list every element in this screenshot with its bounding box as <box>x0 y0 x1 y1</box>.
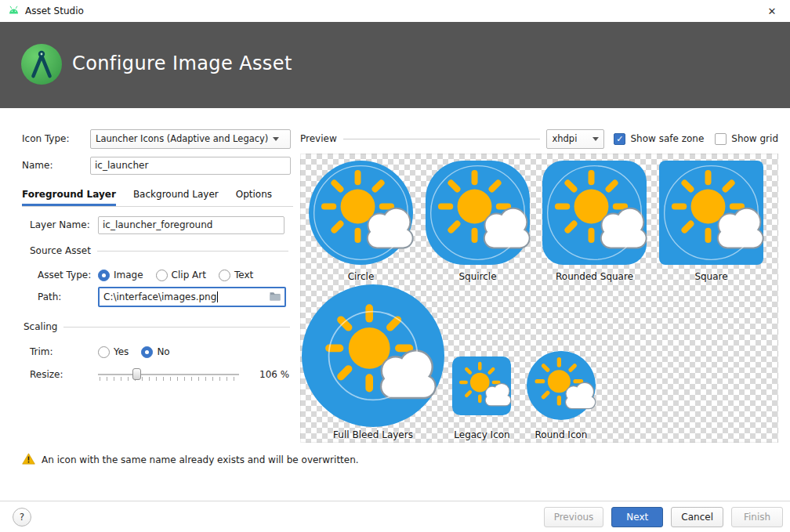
tab-foreground-layer[interactable]: Foreground Layer <box>22 185 116 206</box>
preview-icon-square <box>659 161 763 265</box>
browse-folder-icon[interactable] <box>269 291 281 303</box>
chevron-down-icon <box>273 137 279 141</box>
checkbox-icon <box>715 133 727 145</box>
show-safe-zone-checkbox[interactable]: Show safe zone <box>614 133 704 145</box>
resize-label: Resize: <box>30 369 98 380</box>
layer-tabs: Foreground Layer Background Layer Option… <box>22 185 293 207</box>
chevron-down-icon <box>592 137 599 141</box>
path-label: Path: <box>38 291 98 302</box>
icon-type-select[interactable]: Launcher Icons (Adaptive and Legacy) <box>90 129 291 149</box>
icon-type-row: Icon Type: Launcher Icons (Adaptive and … <box>22 128 291 149</box>
preview-icon-full-bleed <box>302 284 444 427</box>
resize-slider[interactable] <box>98 366 239 383</box>
checkbox-checked-icon <box>614 133 625 145</box>
radio-icon <box>219 270 230 281</box>
section-divider <box>63 327 290 328</box>
asset-type-image-radio[interactable]: Image <box>98 270 143 281</box>
section-divider <box>97 251 288 252</box>
path-row: Path: C:\interface\images.png <box>38 286 286 308</box>
path-input[interactable]: C:\interface\images.png <box>98 287 286 307</box>
dialog-buttons: Previous Next Cancel Finish <box>544 507 783 527</box>
layer-name-row: Layer Name: <box>30 215 284 235</box>
preview-caption: Full Bleed Layers <box>302 429 444 440</box>
preview-icon-rounded-square <box>542 161 647 265</box>
preview-icon-round <box>527 351 596 420</box>
density-select[interactable]: xhdpi <box>546 129 604 149</box>
tab-options[interactable]: Options <box>236 185 272 206</box>
close-icon[interactable]: ✕ <box>754 0 790 22</box>
asset-type-row: Asset Type: Image Clip Art Text <box>38 265 266 285</box>
layer-name-label: Layer Name: <box>30 219 98 230</box>
radio-icon <box>156 270 168 281</box>
trim-no-label: No <box>157 346 169 357</box>
asset-type-clipart-radio[interactable]: Clip Art <box>156 270 206 281</box>
preview-header: Preview xhdpi Show safe zone Show grid <box>300 128 778 149</box>
asset-studio-dialog: Asset Studio ✕ Configure Image Asset <box>0 0 790 532</box>
android-icon <box>8 5 20 16</box>
name-row: Name: <box>22 155 291 176</box>
trim-no-radio[interactable]: No <box>141 346 169 358</box>
preview-caption: Rounded Square <box>542 271 647 282</box>
source-asset-section: Source Asset <box>30 244 288 258</box>
previous-button: Previous <box>544 507 604 527</box>
icon-type-value: Launcher Icons (Adaptive and Legacy) <box>96 133 268 144</box>
warning-text: An icon with the same name already exist… <box>42 454 359 465</box>
trim-label: Trim: <box>30 346 98 357</box>
tab-background-layer[interactable]: Background Layer <box>133 185 219 206</box>
preview-area: Circle Squircle Rounded Square Square <box>300 154 778 443</box>
trim-yes-radio[interactable]: Yes <box>98 346 129 358</box>
window-title: Asset Studio <box>25 5 84 16</box>
show-grid-checkbox[interactable]: Show grid <box>715 133 778 145</box>
path-value: C:\interface\images.png <box>103 291 216 302</box>
next-button[interactable]: Next <box>611 507 663 527</box>
radio-icon <box>98 270 110 281</box>
trim-row: Trim: Yes No <box>30 342 183 362</box>
scaling-section: Scaling <box>24 320 290 334</box>
preview-caption: Squircle <box>426 271 530 282</box>
page-title: Configure Image Asset <box>72 52 292 74</box>
preview-caption: Square <box>659 271 763 282</box>
header-banner: Configure Image Asset <box>0 22 790 108</box>
name-input[interactable] <box>90 157 291 175</box>
titlebar: Asset Studio ✕ <box>0 0 790 22</box>
name-label: Name: <box>22 160 90 171</box>
resize-value: 106 % <box>259 369 289 380</box>
warning-icon <box>22 453 35 467</box>
slider-thumb[interactable] <box>132 368 141 380</box>
slider-ticks <box>100 377 237 381</box>
show-grid-label: Show grid <box>731 133 778 144</box>
icon-type-label: Icon Type: <box>22 133 90 144</box>
scaling-heading: Scaling <box>24 321 57 332</box>
asset-type-text-label: Text <box>234 270 253 280</box>
resize-row: Resize: 106 % <box>30 364 289 385</box>
asset-type-clipart-label: Clip Art <box>172 270 206 280</box>
density-value: xhdpi <box>552 133 588 144</box>
radio-icon <box>141 346 153 358</box>
show-safe-zone-label: Show safe zone <box>630 133 704 144</box>
android-studio-logo <box>21 44 62 87</box>
preview-caption: Circle <box>309 271 413 282</box>
preview-divider <box>343 139 541 139</box>
warning-message: An icon with the same name already exist… <box>22 453 359 467</box>
help-icon[interactable]: ? <box>13 508 31 527</box>
preview-icon-legacy <box>452 356 511 415</box>
footer-bar: ? Previous Next Cancel Finish <box>0 501 790 532</box>
asset-type-text-radio[interactable]: Text <box>219 270 253 281</box>
text-caret <box>217 291 218 302</box>
asset-type-image-label: Image <box>114 270 143 280</box>
preview-label: Preview <box>300 133 337 144</box>
preview-caption: Round Icon <box>514 429 608 440</box>
preview-icon-circle <box>309 161 413 265</box>
asset-type-label: Asset Type: <box>38 270 98 280</box>
radio-icon <box>98 346 110 358</box>
cancel-button[interactable]: Cancel <box>671 507 723 527</box>
source-asset-heading: Source Asset <box>30 245 91 256</box>
slider-track <box>98 374 239 375</box>
preview-icon-squircle <box>426 161 530 265</box>
finish-button: Finish <box>731 507 783 527</box>
layer-name-input[interactable] <box>98 216 284 234</box>
trim-yes-label: Yes <box>114 346 129 357</box>
